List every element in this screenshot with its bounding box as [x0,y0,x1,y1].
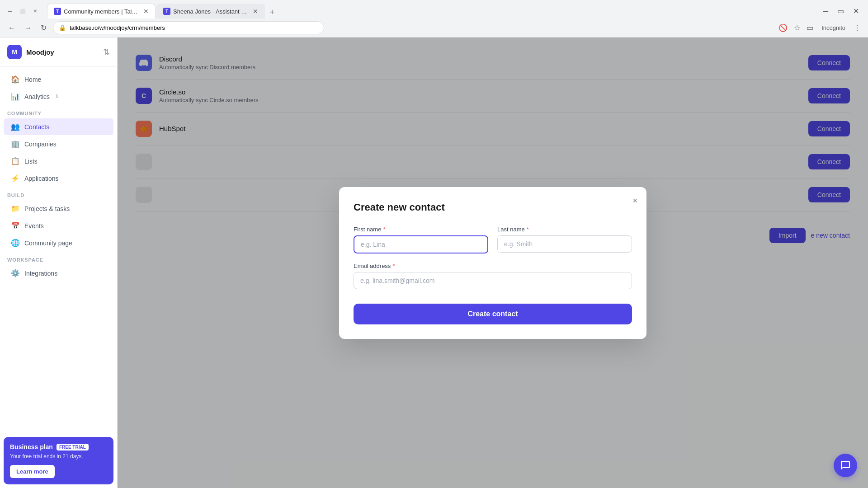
window-minimize-btn[interactable]: ─ [820,5,832,17]
sidebar-label-analytics: Analytics [24,93,50,100]
first-name-label: First name * [354,226,488,233]
community-page-icon: 🌐 [11,239,20,247]
sidebar-toggle[interactable]: ⇅ [103,47,110,57]
sidebar-item-integrations[interactable]: ⚙️ Integrations [4,265,113,282]
sidebar-item-community-page[interactable]: 🌐 Community page [4,235,113,251]
sidebar-item-contacts[interactable]: 👥 Contacts [4,118,113,135]
free-trial-badge: FREE TRIAL [57,444,89,450]
incognito-label: Incognito [818,24,849,31]
new-tab-button[interactable]: + [266,6,278,19]
window-buttons-right: ─ ▭ ✕ [820,5,863,17]
analytics-info-icon: ℹ [56,94,58,99]
sidebar-label-contacts: Contacts [24,123,49,131]
banner-title: Business plan [10,443,53,450]
section-label-workspace: WORKSPACE [0,252,117,264]
sidebar-item-companies[interactable]: 🏢 Companies [4,136,113,152]
sidebar-label-events: Events [24,222,44,230]
sidebar-label-companies: Companies [24,141,57,148]
tab-title-2: Sheena Jones - Assistant at Mo... [173,8,248,15]
star-icon[interactable]: ☆ [792,22,802,34]
sidebar-item-applications[interactable]: ⚡ Applications [4,170,113,187]
sidebar-header: M Moodjoy ⇅ [0,38,117,67]
last-name-required: * [527,226,529,233]
email-group: Email address * [354,263,632,289]
sidebar-label-community-page: Community page [24,239,72,247]
forward-button[interactable]: → [22,22,34,34]
modal-overlay[interactable]: Create new contact × First name * Last n… [118,38,868,488]
sidebar-label-home: Home [24,76,41,83]
tab-inactive[interactable]: T Sheena Jones - Assistant at Mo... ✕ [156,4,265,19]
last-name-group: Last name * [497,226,632,253]
main-content: Discord Automatically sync Discord membe… [118,38,868,488]
browser-toolbar: ← → ↻ 🔒 🚫 ☆ ▭ Incognito ⋮ [0,19,868,37]
browser-titlebar: — ⬜ ✕ T Community members | Talkba... ✕ … [0,0,868,19]
sidebar-label-applications: Applications [24,175,59,182]
tabs-row: T Community members | Talkba... ✕ T Shee… [47,4,816,19]
workspace-icon: M [7,45,22,59]
window-x-btn[interactable]: ✕ [849,5,863,17]
tab-close-2[interactable]: ✕ [253,8,258,15]
projects-icon: 📁 [11,204,20,213]
banner-title-row: Business plan FREE TRIAL [10,443,107,450]
first-name-group: First name * [354,226,488,253]
sidebar-item-projects[interactable]: 📁 Projects & tasks [4,200,113,217]
sidebar-nav: 🏠 Home 📊 Analytics ℹ COMMUNITY 👥 Contact… [0,67,117,286]
eye-off-icon[interactable]: 🚫 [777,22,789,34]
lists-icon: 📋 [11,157,20,165]
sidebar-item-analytics[interactable]: 📊 Analytics ℹ [4,88,113,105]
business-plan-banner: Business plan FREE TRIAL Your free trial… [4,437,113,484]
app-layout: M Moodjoy ⇅ 🏠 Home 📊 Analytics ℹ COMMUNI… [0,38,868,488]
sidebar-item-events[interactable]: 📅 Events [4,217,113,234]
create-contact-button[interactable]: Create contact [354,304,632,324]
tab-favicon-2: T [163,8,170,15]
window-controls: — ⬜ ✕ [5,7,40,16]
companies-icon: 🏢 [11,140,20,148]
sidebar-item-home[interactable]: 🏠 Home [4,71,113,88]
section-label-community: COMMUNITY [0,105,117,118]
integrations-icon: ⚙️ [11,269,20,277]
last-name-label: Last name * [497,226,632,233]
tab-close-1[interactable]: ✕ [143,8,149,15]
minimize-button[interactable]: — [5,7,14,16]
window-restore-btn[interactable]: ▭ [834,5,848,17]
toolbar-actions: 🚫 ☆ ▭ Incognito ⋮ [777,22,863,34]
refresh-button[interactable]: ↻ [38,22,49,34]
analytics-icon: 📊 [11,92,20,101]
sidebar-label-lists: Lists [24,158,38,165]
back-button[interactable]: ← [5,22,18,34]
email-label: Email address * [354,263,632,269]
window-close-button[interactable]: ✕ [31,7,40,16]
section-label-build: BUILD [0,187,117,200]
tab-favicon-1: T [54,8,61,15]
modal-title: Create new contact [354,202,632,213]
banner-description: Your free trial ends in 21 days. [10,453,107,460]
contacts-icon: 👥 [11,122,20,131]
email-required: * [392,263,395,269]
first-name-required: * [383,226,385,233]
applications-icon: ⚡ [11,174,20,183]
modal-close-button[interactable]: × [632,196,637,206]
create-contact-modal: Create new contact × First name * Last n… [339,187,646,339]
email-input[interactable] [354,272,632,289]
sidebar-label-projects: Projects & tasks [24,205,70,212]
lock-icon: 🔒 [59,24,66,31]
url-input[interactable] [70,24,318,31]
tab-active[interactable]: T Community members | Talkba... ✕ [47,4,156,19]
first-name-input[interactable] [354,235,488,253]
sidebar: M Moodjoy ⇅ 🏠 Home 📊 Analytics ℹ COMMUNI… [0,38,118,488]
sidebar-label-integrations: Integrations [24,270,57,277]
home-icon: 🏠 [11,75,20,84]
chat-button[interactable] [834,454,857,477]
name-form-row: First name * Last name * [354,226,632,253]
menu-icon[interactable]: ⋮ [852,22,863,34]
last-name-input[interactable] [497,235,632,253]
maximize-button[interactable]: ⬜ [18,7,27,16]
tab-title-1: Community members | Talkba... [64,8,139,15]
events-icon: 📅 [11,221,20,230]
workspace-name: Moodjoy [26,48,54,56]
address-bar[interactable]: 🔒 [53,21,324,34]
browser-chrome: — ⬜ ✕ T Community members | Talkba... ✕ … [0,0,868,38]
sidebar-item-lists[interactable]: 📋 Lists [4,153,113,169]
sidebar-icon[interactable]: ▭ [805,22,815,34]
learn-more-button[interactable]: Learn more [10,465,55,478]
